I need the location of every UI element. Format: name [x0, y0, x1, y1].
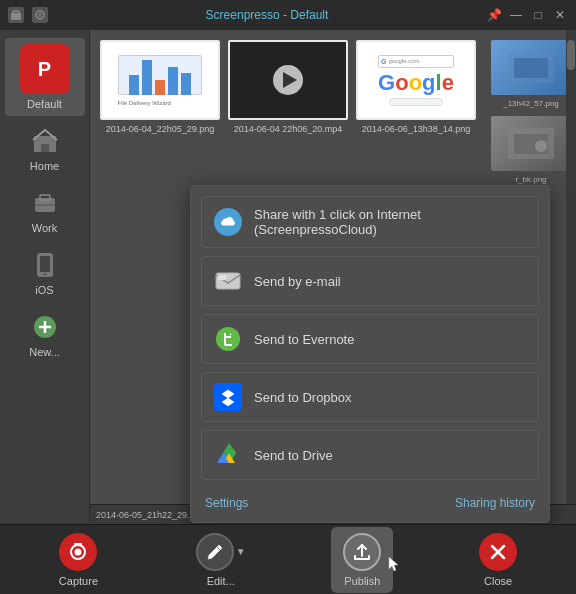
- capture-icon: [59, 533, 97, 571]
- svg-point-19: [535, 140, 547, 152]
- titlebar-icon-2[interactable]: [32, 7, 48, 23]
- cursor-indicator: [387, 555, 401, 577]
- cloud-icon: [214, 208, 242, 236]
- publish-icon: [343, 533, 381, 571]
- popup-label-evernote: Send to Evernote: [254, 332, 354, 347]
- svg-rect-30: [74, 543, 82, 546]
- capture-label: Capture: [59, 575, 98, 587]
- titlebar-icon-1[interactable]: [8, 7, 24, 23]
- popup-item-dropbox[interactable]: Send to Dropbox: [201, 372, 539, 422]
- capture-button[interactable]: Capture: [47, 527, 110, 593]
- titlebar-title: Screenpresso - Default: [54, 8, 480, 22]
- thumbnail-1-image: File Delivery Wizard: [100, 40, 220, 120]
- thumbnail-2[interactable]: 2014-06-04 22h06_20.mp4: [228, 40, 348, 134]
- popup-item-cloud[interactable]: Share with 1 click on Internet (Screenpr…: [201, 196, 539, 248]
- vertical-scrollbar[interactable]: [566, 30, 576, 524]
- sidebar-item-default[interactable]: P Default: [5, 38, 85, 116]
- maximize-button[interactable]: □: [530, 8, 546, 22]
- thumbnail-3[interactable]: G google.com Google 2014-06-06_13h38_14.…: [356, 40, 476, 134]
- right-thumbnails: _13h42_57.png r_bk.png: [486, 30, 576, 194]
- sidebar: P Default Home Work: [0, 30, 90, 524]
- svg-marker-27: [223, 443, 235, 453]
- home-icon: [30, 126, 60, 156]
- sidebar-item-work[interactable]: Work: [5, 182, 85, 240]
- svg-rect-16: [514, 58, 548, 78]
- thumbnail-1[interactable]: File Delivery Wizard 2014-06-04_22h05_29…: [100, 40, 220, 134]
- strip-file-1: 2014-06-05_21h22_29.png: [96, 510, 205, 520]
- edit-button[interactable]: ▼ Edit...: [184, 527, 258, 593]
- ios-icon: [30, 250, 60, 280]
- svg-point-11: [43, 273, 46, 276]
- svg-rect-10: [40, 256, 50, 272]
- play-button-icon: [273, 65, 303, 95]
- drive-icon: [214, 441, 242, 469]
- sidebar-label-ios: iOS: [35, 284, 53, 296]
- thumbnail-3-image: G google.com Google: [356, 40, 476, 120]
- sharing-history-link[interactable]: Sharing history: [455, 496, 535, 510]
- publish-button[interactable]: Publish: [331, 527, 393, 593]
- popup-label-email: Send by e-mail: [254, 274, 341, 289]
- thumbnail-3-label: 2014-06-06_13h38_14.png: [362, 124, 471, 134]
- right-thumb-2-label: r_bk.png: [491, 175, 571, 184]
- dropbox-icon: [214, 383, 242, 411]
- new-icon: [30, 312, 60, 342]
- svg-point-29: [75, 548, 82, 555]
- close-button[interactable]: ✕: [552, 8, 568, 22]
- evernote-icon: [214, 325, 242, 353]
- svg-rect-22: [218, 275, 226, 280]
- sidebar-label-new: New...: [29, 346, 60, 358]
- svg-rect-5: [41, 144, 49, 152]
- popup-item-drive[interactable]: Send to Drive: [201, 430, 539, 480]
- edit-dropdown-arrow[interactable]: ▼: [236, 546, 246, 557]
- popup-footer: Settings Sharing history: [201, 488, 539, 512]
- close-button[interactable]: Close: [467, 527, 529, 593]
- scrollbar-thumb[interactable]: [567, 40, 575, 70]
- right-thumbnail-1[interactable]: [491, 40, 571, 95]
- popup-label-dropbox: Send to Dropbox: [254, 390, 352, 405]
- right-thumb-1-label: _13h42_57.png: [491, 99, 571, 108]
- publish-label: Publish: [344, 575, 380, 587]
- svg-rect-7: [40, 195, 50, 200]
- sidebar-label-default: Default: [27, 98, 62, 110]
- close-label: Close: [484, 575, 512, 587]
- sidebar-label-work: Work: [32, 222, 57, 234]
- minimize-button[interactable]: —: [508, 8, 524, 22]
- publish-popup: Share with 1 click on Internet (Screenpr…: [190, 185, 550, 523]
- content-area: File Delivery Wizard 2014-06-04_22h05_29…: [90, 30, 576, 524]
- sidebar-item-home[interactable]: Home: [5, 120, 85, 178]
- edit-label: Edit...: [207, 575, 235, 587]
- edit-icon: [196, 533, 234, 571]
- svg-point-23: [216, 327, 240, 351]
- thumbnail-1-label: 2014-06-04_22h05_29.png: [106, 124, 215, 134]
- pin-button[interactable]: 📌: [486, 8, 502, 22]
- titlebar-left-icons: [8, 7, 48, 23]
- popup-item-email[interactable]: Send by e-mail: [201, 256, 539, 306]
- popup-item-evernote[interactable]: Send to Evernote: [201, 314, 539, 364]
- bottom-bar: Capture ▼ Edit... Publish: [0, 524, 576, 594]
- popup-label-drive: Send to Drive: [254, 448, 333, 463]
- main-layout: P Default Home Work: [0, 30, 576, 524]
- thumbnail-2-image: [228, 40, 348, 120]
- default-profile-icon: P: [20, 44, 70, 94]
- settings-link[interactable]: Settings: [205, 496, 248, 510]
- thumbnail-2-label: 2014-06-04 22h06_20.mp4: [234, 124, 343, 134]
- right-thumbnail-2[interactable]: [491, 116, 571, 171]
- titlebar-controls: 📌 — □ ✕: [486, 8, 568, 22]
- sidebar-item-ios[interactable]: iOS: [5, 244, 85, 302]
- close-icon: [479, 533, 517, 571]
- sidebar-label-home: Home: [30, 160, 59, 172]
- email-icon: [214, 267, 242, 295]
- work-icon: [30, 188, 60, 218]
- sidebar-item-new[interactable]: New...: [5, 306, 85, 364]
- titlebar: Screenpresso - Default 📌 — □ ✕: [0, 0, 576, 30]
- popup-label-cloud: Share with 1 click on Internet (Screenpr…: [254, 207, 526, 237]
